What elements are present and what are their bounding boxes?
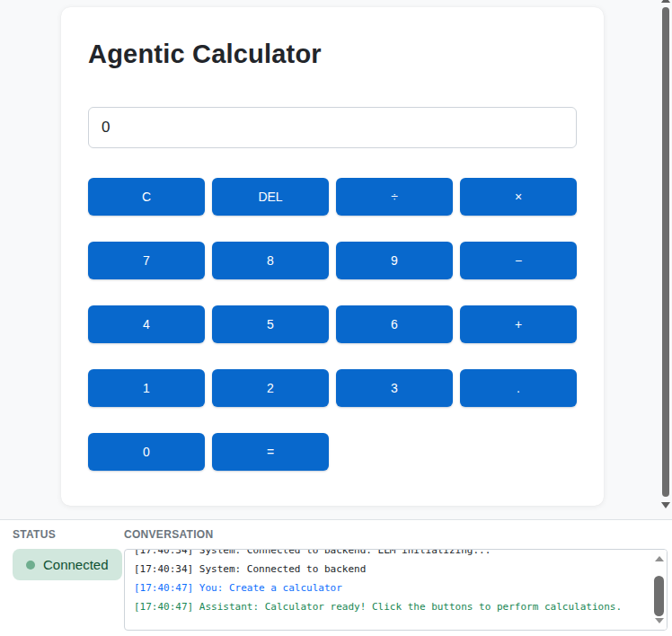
conversation-section: CONVERSATION [17:40:34] System: Connecte… bbox=[124, 528, 668, 636]
calc-button-9[interactable]: 9 bbox=[336, 242, 453, 279]
conversation-scrollbar-thumb[interactable] bbox=[654, 576, 664, 616]
calc-button-8[interactable]: 8 bbox=[212, 242, 329, 279]
bottom-panel: STATUS Connected CONVERSATION [17:40:34]… bbox=[0, 519, 672, 636]
calc-button-7[interactable]: 7 bbox=[88, 242, 205, 279]
log-line-system: [17:40:34] System: Connected to backend bbox=[134, 560, 658, 579]
status-badge: Connected bbox=[13, 549, 122, 580]
conversation-scrollbar-track[interactable] bbox=[651, 561, 667, 618]
calc-button-equals[interactable]: = bbox=[212, 433, 329, 471]
calc-button-clear[interactable]: C bbox=[88, 178, 205, 216]
status-label: STATUS bbox=[13, 528, 124, 541]
calc-button-5[interactable]: 5 bbox=[212, 305, 329, 343]
conversation-scrollbar[interactable] bbox=[651, 550, 667, 630]
calc-button-6[interactable]: 6 bbox=[336, 305, 453, 343]
conversation-log-lines: [17:40:34] System: Connected to backend.… bbox=[125, 549, 667, 616]
calc-button-multiply[interactable]: × bbox=[460, 178, 577, 216]
connected-dot-icon bbox=[26, 561, 35, 570]
log-line-assistant: [17:40:47] Assistant: Calculator ready! … bbox=[134, 597, 658, 616]
scroll-up-icon[interactable] bbox=[661, 0, 670, 3]
calc-button-2[interactable]: 2 bbox=[212, 369, 329, 407]
page-scrollbar[interactable] bbox=[660, 0, 671, 517]
conversation-label: CONVERSATION bbox=[124, 528, 668, 541]
scroll-down-icon[interactable] bbox=[655, 618, 664, 623]
calc-button-subtract[interactable]: − bbox=[460, 242, 577, 279]
calculator-card: Agentic Calculator C DEL ÷ × 7 8 9 − 4 5… bbox=[61, 7, 604, 506]
conversation-log[interactable]: [17:40:34] System: Connected to backend.… bbox=[124, 549, 668, 631]
calc-button-delete[interactable]: DEL bbox=[212, 178, 329, 216]
calc-button-add[interactable]: + bbox=[460, 305, 577, 343]
page-scrollbar-thumb[interactable] bbox=[662, 7, 669, 497]
calculator-button-grid: C DEL ÷ × 7 8 9 − 4 5 6 + 1 2 3 . 0 = bbox=[88, 178, 577, 471]
page-title: Agentic Calculator bbox=[88, 40, 577, 69]
calc-button-1[interactable]: 1 bbox=[88, 369, 205, 407]
calc-button-0[interactable]: 0 bbox=[88, 433, 205, 471]
calc-button-4[interactable]: 4 bbox=[88, 305, 205, 343]
calc-button-decimal[interactable]: . bbox=[460, 369, 577, 407]
status-badge-text: Connected bbox=[43, 557, 109, 572]
status-section: STATUS Connected bbox=[13, 528, 124, 636]
calc-button-divide[interactable]: ÷ bbox=[336, 178, 453, 216]
scroll-down-icon[interactable] bbox=[661, 502, 670, 508]
log-line-user: [17:40:47] You: Create a calculator bbox=[134, 579, 658, 597]
log-line-system: [17:40:34] System: Connected to backend.… bbox=[134, 549, 658, 560]
calculator-display[interactable] bbox=[88, 107, 577, 148]
calc-button-3[interactable]: 3 bbox=[336, 369, 453, 407]
